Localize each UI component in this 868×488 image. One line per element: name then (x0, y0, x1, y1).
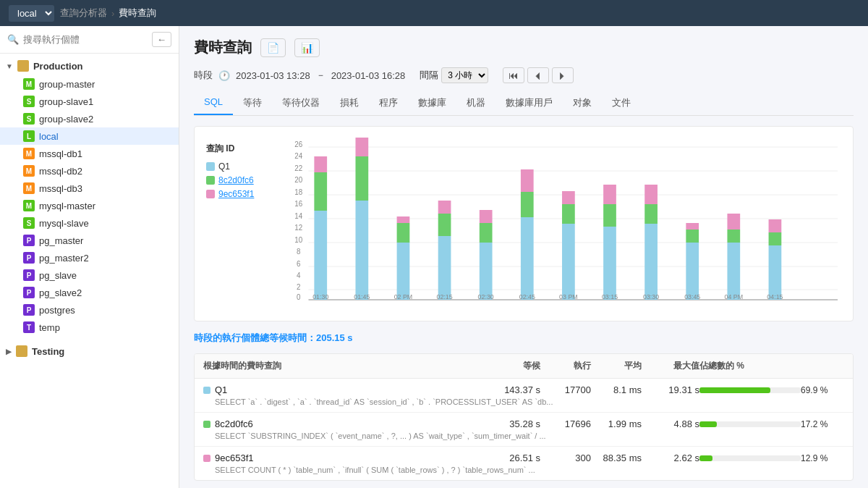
tree-group-testing-header[interactable]: ▶ Testing (0, 342, 179, 361)
sidebar-item-pg-master2[interactable]: P pg_master2 (0, 249, 179, 266)
svg-rect-54 (727, 214, 740, 230)
svg-text:0: 0 (297, 293, 301, 301)
sidebar-item-label-pg-master2: pg_master2 (39, 253, 89, 264)
nav-prev-prev-button[interactable]: ⏮ (503, 67, 524, 83)
tree-group-production-header[interactable]: ▼ Production (0, 56, 179, 75)
tab-wait-instrument[interactable]: 等待仪器 (272, 92, 330, 115)
sidebar-item-mssql-db1[interactable]: M mssql-db1 (0, 145, 179, 162)
svg-rect-57 (769, 219, 782, 232)
table-row-9ec653f1: 9ec653f1 26.51 s 300 88.35 ms 2.62 s 12.… (195, 447, 853, 480)
svg-rect-33 (438, 201, 451, 214)
sidebar-item-pg-slave2[interactable]: P pg_slave2 (0, 284, 179, 301)
sidebar-item-pg-master[interactable]: P pg_master (0, 232, 179, 249)
chart-area: 26 24 22 20 18 16 14 12 10 8 6 4 2 0 (286, 137, 841, 311)
tree-arrow-testing: ▶ (6, 348, 12, 356)
breadcrumb: 查詢分析器 › 費時查詢 (60, 7, 156, 20)
row-exec-q1: 17700 (540, 384, 591, 395)
nav-next-button[interactable]: ⏵ (552, 67, 574, 83)
time-start: 2023-01-03 13:28 (236, 70, 310, 81)
row-pct-label-9ec653f1: 12.9 % (801, 453, 844, 463)
legend-link-8c2d0fc6[interactable]: 8c2d0fc6 (218, 175, 254, 185)
legend-link-9ec653f1[interactable]: 9ec653f1 (218, 189, 254, 199)
sidebar-item-label-group-slave1: group-slave1 (39, 96, 93, 107)
svg-rect-47 (644, 204, 658, 224)
svg-rect-37 (521, 217, 534, 300)
sidebar-item-label-pg-master: pg_master (39, 235, 83, 246)
svg-rect-22 (314, 211, 327, 300)
sidebar-back-button[interactable]: ← (152, 32, 171, 47)
tab-wait[interactable]: 等待 (233, 92, 272, 115)
sidebar-item-local[interactable]: L local (0, 127, 179, 145)
breadcrumb-item-1[interactable]: 查詢分析器 (60, 7, 107, 20)
nav-buttons: ⏮ ⏴ ⏵ (503, 67, 574, 83)
svg-text:01:45: 01:45 (354, 293, 370, 300)
tab-db-user[interactable]: 數據庫用戶 (495, 92, 563, 115)
data-export-button[interactable]: 📊 (294, 38, 320, 57)
svg-text:02:45: 02:45 (519, 293, 535, 300)
row-sql-8c2d0fc6: SELECT `SUBSTRING_INDEX` ( `event_name` … (203, 432, 844, 440)
tab-machine[interactable]: 机器 (456, 92, 495, 115)
tab-object[interactable]: 对象 (563, 92, 602, 115)
sidebar-item-group-slave1[interactable]: S group-slave1 (0, 93, 179, 110)
pdf-export-button[interactable]: 📄 (260, 38, 286, 57)
sidebar-item-pg-slave[interactable]: P pg_slave (0, 266, 179, 284)
db-icon-mysql-master: M (23, 200, 35, 211)
svg-text:20: 20 (294, 176, 302, 184)
svg-rect-55 (769, 245, 782, 300)
row-avg-9ec653f1: 88.35 ms (591, 453, 642, 463)
sidebar-item-temp[interactable]: T temp (0, 319, 179, 336)
sidebar-item-label-mssql-db1: mssql-db1 (39, 148, 82, 159)
period-label: 時段 (194, 69, 213, 82)
svg-rect-43 (603, 227, 616, 300)
svg-rect-53 (727, 230, 740, 243)
svg-text:03:45: 03:45 (684, 293, 700, 300)
tab-sql[interactable]: SQL (194, 92, 233, 115)
row-pct-label-q1: 69.9 % (801, 385, 844, 395)
tab-loss[interactable]: 損耗 (330, 92, 369, 115)
tab-bar: SQL 等待 等待仪器 損耗 程序 數據庫 机器 數據庫用戶 对象 文件 (194, 92, 854, 116)
svg-rect-26 (355, 156, 368, 201)
tree-arrow-production: ▼ (6, 62, 13, 70)
svg-rect-25 (355, 201, 368, 300)
db-icon-mssql-db2: M (23, 165, 35, 177)
legend-item-q1: Q1 (206, 161, 278, 172)
sidebar: 🔍 ← ▼ Production M group-master S group-… (0, 26, 179, 488)
svg-rect-41 (562, 204, 575, 224)
sidebar-item-label-mysql-master: mysql-master (39, 201, 95, 211)
legend-dot-q1 (206, 162, 215, 171)
sidebar-item-postgres[interactable]: P postgres (0, 301, 179, 319)
legend-item-9ec653f1: 9ec653f1 (206, 189, 278, 199)
time-end: 2023-01-03 16:28 (331, 70, 406, 81)
svg-rect-32 (438, 214, 451, 236)
svg-text:02 PM: 02 PM (394, 293, 413, 300)
tab-database[interactable]: 數據庫 (408, 92, 456, 115)
sidebar-item-label-group-slave2: group-slave2 (39, 114, 93, 125)
sidebar-item-group-slave2[interactable]: S group-slave2 (0, 110, 179, 127)
page-header: 費時查詢 📄 📊 (194, 38, 854, 57)
svg-rect-50 (686, 230, 699, 243)
sidebar-item-mssql-db2[interactable]: M mssql-db2 (0, 162, 179, 180)
interval-select[interactable]: 3 小時 1 小時 6 小時 (441, 67, 488, 83)
svg-rect-49 (686, 243, 699, 300)
env-select[interactable]: local (9, 5, 54, 22)
sidebar-item-mysql-master[interactable]: M mysql-master (0, 197, 179, 214)
sidebar-item-group-master[interactable]: M group-master (0, 75, 179, 93)
tree-group-production-label: Production (33, 61, 83, 72)
svg-rect-34 (480, 243, 493, 300)
row-id-8c2d0fc6: 8c2d0fc6 (203, 418, 475, 429)
tab-process[interactable]: 程序 (369, 92, 408, 115)
sidebar-item-mssql-db3[interactable]: M mssql-db3 (0, 180, 179, 197)
db-icon-mssql-db3: M (23, 182, 35, 194)
svg-rect-48 (644, 185, 658, 204)
table-row-8c2d0fc6-top: 8c2d0fc6 35.28 s 17696 1.99 ms 4.88 s 17… (203, 418, 844, 429)
db-icon-pg-master2: P (23, 252, 35, 264)
table-header: 根據時間的費時查詢 等候 執行 平均 最大值 佔總數的 % (195, 354, 853, 379)
tab-file[interactable]: 文件 (602, 92, 641, 115)
sidebar-item-mysql-slave[interactable]: S mysql-slave (0, 214, 179, 232)
progress-bar-fill-9ec653f1 (699, 455, 712, 461)
search-input[interactable] (23, 34, 148, 45)
nav-prev-button[interactable]: ⏴ (527, 67, 549, 83)
row-id-label-8c2d0fc6: 8c2d0fc6 (215, 418, 253, 429)
breadcrumb-sep: › (111, 8, 114, 19)
svg-text:02:15: 02:15 (436, 293, 452, 300)
